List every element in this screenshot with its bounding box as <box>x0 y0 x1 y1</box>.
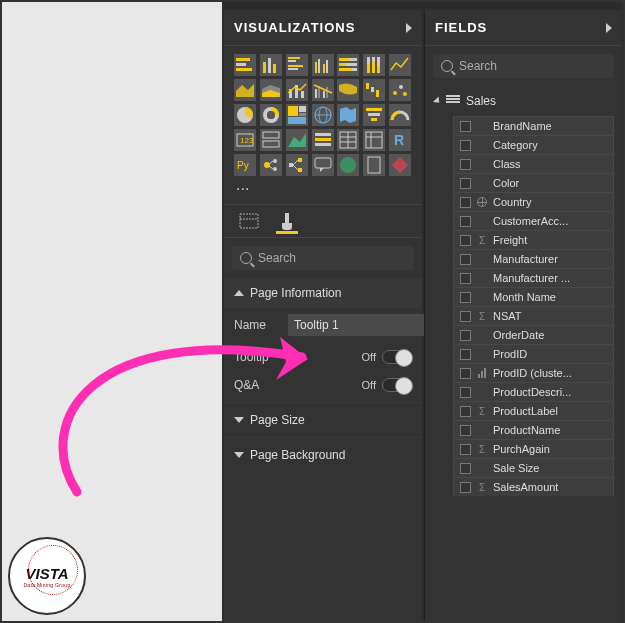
viz-matrix-icon[interactable] <box>363 129 385 151</box>
fields-header[interactable]: FIELDS <box>425 10 622 46</box>
collapse-pane-icon[interactable] <box>406 23 412 33</box>
field-checkbox[interactable] <box>460 273 471 284</box>
viz-funnel-icon[interactable] <box>363 104 385 126</box>
viz-multi-row-card-icon[interactable] <box>260 129 282 151</box>
field-checkbox[interactable] <box>460 482 471 493</box>
field-checkbox[interactable] <box>460 463 471 474</box>
fields-tab-icon[interactable] <box>238 212 260 234</box>
more-visuals-button[interactable]: ··· <box>224 180 422 204</box>
field-item[interactable]: ΣFreight <box>453 230 614 250</box>
field-item[interactable]: ProductDescri... <box>453 382 614 402</box>
viz-stacked-bar-icon[interactable] <box>234 54 256 76</box>
viz-100-stacked-bar-icon[interactable] <box>337 54 359 76</box>
viz-decomposition-tree-icon[interactable] <box>286 154 308 176</box>
field-item[interactable]: OrderDate <box>453 325 614 345</box>
viz-r-script-icon[interactable]: R <box>389 129 411 151</box>
field-checkbox[interactable] <box>460 330 471 341</box>
field-checkbox[interactable] <box>460 235 471 246</box>
viz-map-icon[interactable] <box>312 104 334 126</box>
field-item[interactable]: Country <box>453 192 614 212</box>
field-item[interactable]: ΣNSAT <box>453 306 614 326</box>
field-checkbox[interactable] <box>460 216 471 227</box>
viz-line-clustered-column-icon[interactable] <box>312 79 334 101</box>
viz-100-stacked-column-icon[interactable] <box>363 54 385 76</box>
svg-marker-87 <box>392 157 408 173</box>
field-checkbox[interactable] <box>460 406 471 417</box>
viz-powerapps-icon[interactable] <box>389 154 411 176</box>
field-item[interactable]: ProdID (cluste... <box>453 363 614 383</box>
fields-search-placeholder: Search <box>459 59 497 73</box>
viz-donut-icon[interactable] <box>260 104 282 126</box>
field-checkbox[interactable] <box>460 444 471 455</box>
viz-waterfall-icon[interactable] <box>363 79 385 101</box>
field-checkbox[interactable] <box>460 349 471 360</box>
field-item[interactable]: Manufacturer ... <box>453 268 614 288</box>
viz-python-icon[interactable]: Py <box>234 154 256 176</box>
field-item[interactable]: Class <box>453 154 614 174</box>
field-item[interactable]: Month Name <box>453 287 614 307</box>
field-item[interactable]: ProductName <box>453 420 614 440</box>
viz-key-influencers-icon[interactable] <box>260 154 282 176</box>
section-page-size[interactable]: Page Size <box>224 402 422 437</box>
viz-scatter-icon[interactable] <box>389 79 411 101</box>
viz-qa-icon[interactable] <box>312 154 334 176</box>
table-icon <box>446 95 460 107</box>
viz-paginated-icon[interactable] <box>363 154 385 176</box>
section-page-background-label: Page Background <box>250 448 345 462</box>
field-checkbox[interactable] <box>460 140 471 151</box>
viz-line-icon[interactable] <box>389 54 411 76</box>
viz-kpi-icon[interactable] <box>286 129 308 151</box>
field-item[interactable]: Sale Size <box>453 458 614 478</box>
viz-card-icon[interactable]: 123 <box>234 129 256 151</box>
viz-table-icon[interactable] <box>337 129 359 151</box>
table-node-sales[interactable]: Sales <box>425 86 622 116</box>
section-page-background[interactable]: Page Background <box>224 437 422 472</box>
field-item[interactable]: BrandName <box>453 116 614 136</box>
svg-rect-68 <box>366 132 382 148</box>
field-item[interactable]: ΣPurchAgain <box>453 439 614 459</box>
field-item[interactable]: Category <box>453 135 614 155</box>
field-item[interactable]: ΣSalesAmount <box>453 477 614 496</box>
field-checkbox[interactable] <box>460 292 471 303</box>
visualizations-header[interactable]: VISUALIZATIONS <box>224 10 422 46</box>
viz-ribbon-icon[interactable] <box>337 79 359 101</box>
tooltip-toggle-label: Tooltip <box>234 350 269 364</box>
fields-search-input[interactable]: Search <box>433 54 614 78</box>
field-checkbox[interactable] <box>460 254 471 265</box>
field-item[interactable]: Color <box>453 173 614 193</box>
viz-gauge-icon[interactable] <box>389 104 411 126</box>
qa-toggle-label: Q&A <box>234 378 259 392</box>
collapse-pane-icon[interactable] <box>606 23 612 33</box>
viz-slicer-icon[interactable] <box>312 129 334 151</box>
viz-treemap-icon[interactable] <box>286 104 308 126</box>
field-checkbox[interactable] <box>460 197 471 208</box>
field-checkbox[interactable] <box>460 425 471 436</box>
viz-line-stacked-column-icon[interactable] <box>286 79 308 101</box>
viz-arcgis-icon[interactable] <box>337 154 359 176</box>
field-item[interactable]: ProdID <box>453 344 614 364</box>
viz-area-icon[interactable] <box>234 79 256 101</box>
field-checkbox[interactable] <box>460 387 471 398</box>
viz-clustered-column-icon[interactable] <box>312 54 334 76</box>
tooltip-toggle[interactable] <box>382 350 412 364</box>
field-item[interactable]: Manufacturer <box>453 249 614 269</box>
qa-toggle[interactable] <box>382 378 412 392</box>
field-type-icon <box>476 368 488 378</box>
viz-clustered-bar-icon[interactable] <box>286 54 308 76</box>
viz-search-input[interactable]: Search <box>232 246 414 270</box>
viz-filled-map-icon[interactable] <box>337 104 359 126</box>
field-checkbox[interactable] <box>460 121 471 132</box>
field-checkbox[interactable] <box>460 159 471 170</box>
svg-point-73 <box>264 162 270 168</box>
section-page-information[interactable]: Page Information <box>224 278 422 308</box>
field-checkbox[interactable] <box>460 311 471 322</box>
format-tab-icon[interactable] <box>276 212 298 234</box>
field-checkbox[interactable] <box>460 368 471 379</box>
viz-pie-icon[interactable] <box>234 104 256 126</box>
viz-stacked-column-icon[interactable] <box>260 54 282 76</box>
field-type-icon: Σ <box>476 482 488 493</box>
field-item[interactable]: ΣProductLabel <box>453 401 614 421</box>
viz-stacked-area-icon[interactable] <box>260 79 282 101</box>
field-item[interactable]: CustomerAcc... <box>453 211 614 231</box>
field-checkbox[interactable] <box>460 178 471 189</box>
